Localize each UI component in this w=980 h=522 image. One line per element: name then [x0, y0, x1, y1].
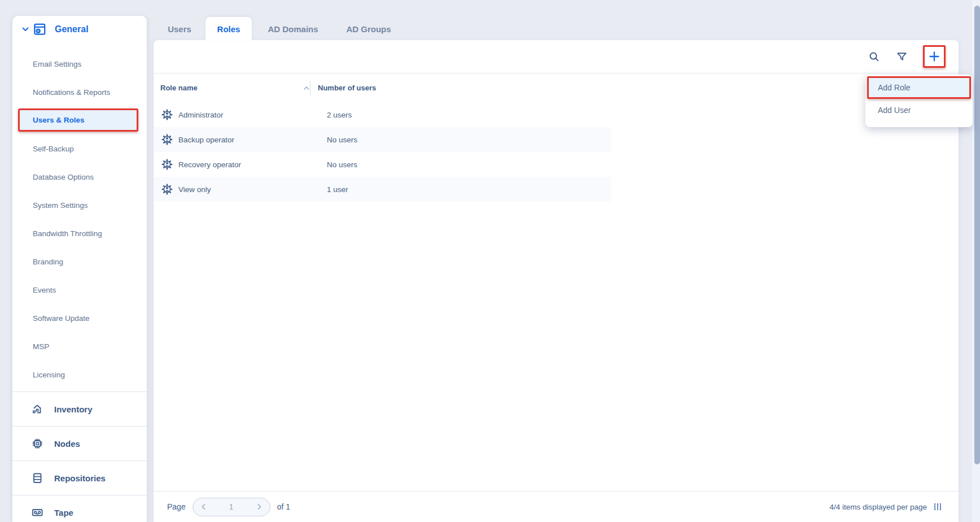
column-header-role-name[interactable]: Role name	[154, 73, 310, 102]
sidebar-section-general[interactable]: General	[12, 16, 147, 43]
tab-ad-domains[interactable]: AD Domains	[252, 17, 334, 41]
role-gear-user-icon	[161, 184, 173, 195]
search-icon[interactable]	[868, 50, 881, 63]
vertical-scrollbar-track[interactable]	[972, 0, 980, 522]
table-row-view-only[interactable]: View only 1 user	[154, 177, 611, 202]
sidebar-section-repositories[interactable]: Repositories	[12, 461, 147, 495]
role-gear-user-icon	[161, 159, 173, 170]
sidebar-section-tape[interactable]: Tape	[12, 495, 147, 522]
role-name-header-label: Role name	[160, 84, 198, 92]
tape-icon	[30, 506, 44, 519]
sidebar-section-inventory[interactable]: Inventory	[12, 392, 147, 426]
sidebar-nodes-label: Nodes	[54, 439, 80, 449]
role-user-count: 2 users	[319, 111, 352, 119]
add-button[interactable]	[928, 50, 940, 63]
sidebar-general-label: General	[55, 24, 89, 34]
tab-bar: Users Roles AD Domains AD Groups	[154, 17, 403, 41]
page-total-label: of 1	[277, 502, 290, 511]
table-header: Role name Number of users	[154, 73, 959, 102]
tab-roles[interactable]: Roles	[205, 17, 252, 41]
role-user-count: No users	[319, 160, 357, 169]
add-button-highlight	[923, 45, 946, 68]
role-gear-user-icon	[161, 134, 173, 145]
role-name: View only	[178, 185, 319, 194]
sidebar-item-users-roles[interactable]: Users & Roles	[18, 108, 138, 132]
pagination-bar: Page 1 of 1 4/4 items displayed per page	[154, 491, 959, 522]
items-per-page-sliders-icon[interactable]	[933, 502, 943, 512]
role-name: Backup operator	[178, 136, 319, 144]
column-header-number-of-users[interactable]: Number of users	[310, 84, 376, 92]
nodes-icon	[30, 437, 44, 450]
menu-item-add-role[interactable]: Add Role	[867, 76, 971, 99]
inventory-icon	[30, 402, 44, 416]
role-user-count: No users	[319, 136, 357, 144]
items-per-page-label: 4/4 items displayed per page	[829, 503, 927, 511]
table-toolbar	[154, 40, 959, 73]
sidebar-section-nodes[interactable]: Nodes	[12, 427, 147, 460]
sidebar-item-bandwidth-throttling[interactable]: Bandwidth Throttling	[12, 219, 147, 247]
sidebar-item-system-settings[interactable]: System Settings	[12, 191, 147, 219]
general-subitems: Email Settings Notifications & Reports U…	[12, 43, 147, 389]
menu-item-add-user[interactable]: Add User	[865, 99, 973, 121]
sidebar-item-email-settings[interactable]: Email Settings	[12, 50, 147, 78]
repositories-icon	[30, 471, 44, 485]
sidebar-item-notifications-reports[interactable]: Notifications & Reports	[12, 78, 147, 106]
sidebar-repositories-label: Repositories	[54, 473, 106, 483]
role-name: Administrator	[178, 111, 319, 119]
sidebar-item-msp[interactable]: MSP	[12, 332, 147, 360]
roles-table-body: Administrator 2 users Backup operator	[154, 102, 959, 202]
sidebar-item-software-update[interactable]: Software Update	[12, 304, 147, 332]
settings-sidebar: General Email Settings Notifications & R…	[12, 16, 147, 522]
page-selector: 1	[193, 498, 270, 516]
role-gear-user-icon	[161, 109, 173, 120]
sidebar-inventory-label: Inventory	[54, 404, 93, 414]
sidebar-item-branding[interactable]: Branding	[12, 247, 147, 276]
table-row-backup-operator[interactable]: Backup operator No users	[154, 127, 611, 152]
page-label: Page	[167, 502, 186, 511]
role-user-count: 1 user	[319, 185, 348, 194]
vertical-scrollbar-thumb[interactable]	[974, 6, 980, 464]
next-page-icon[interactable]	[256, 503, 262, 510]
sort-ascending-icon[interactable]	[303, 86, 310, 90]
sidebar-tape-label: Tape	[54, 508, 73, 517]
filter-icon[interactable]	[895, 50, 908, 63]
sidebar-item-events[interactable]: Events	[12, 276, 147, 304]
table-row-administrator[interactable]: Administrator 2 users	[154, 102, 611, 127]
role-name: Recovery operator	[178, 160, 319, 169]
previous-page-icon[interactable]	[200, 503, 207, 510]
tab-ad-groups[interactable]: AD Groups	[334, 17, 403, 41]
sidebar-item-database-options[interactable]: Database Options	[12, 163, 147, 191]
roles-content-panel: Role name Number of users	[154, 40, 959, 522]
sidebar-item-self-backup[interactable]: Self-Backup	[12, 134, 147, 163]
add-dropdown-menu: Add Role Add User	[865, 75, 973, 127]
chevron-down-icon[interactable]	[21, 25, 29, 33]
general-settings-icon	[32, 22, 47, 37]
table-row-recovery-operator[interactable]: Recovery operator No users	[154, 152, 611, 177]
page-input[interactable]: 1	[229, 502, 234, 511]
sidebar-item-licensing[interactable]: Licensing	[12, 360, 147, 389]
tab-users[interactable]: Users	[154, 17, 205, 41]
